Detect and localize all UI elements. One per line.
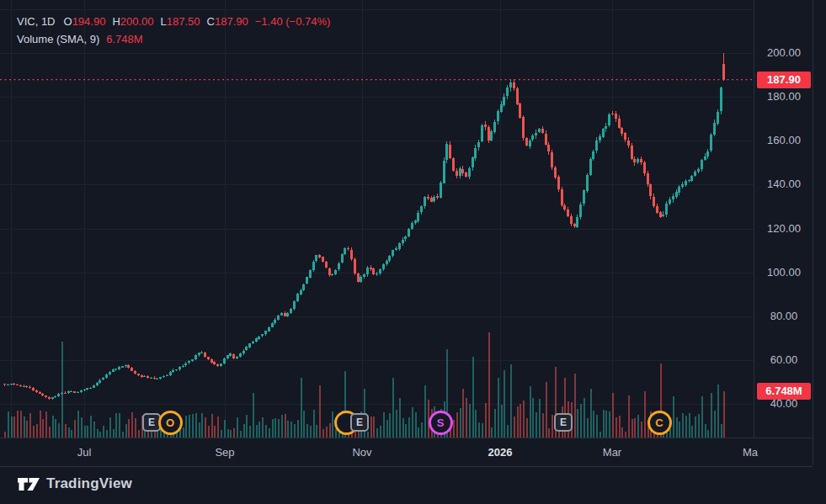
tradingview-logo[interactable]: TradingView	[17, 475, 132, 492]
last-price-badge: 187.90	[757, 72, 811, 88]
high-value: 200.00	[120, 13, 154, 30]
tradingview-logo-icon	[17, 477, 40, 491]
price-axis[interactable]: 200.00180.00160.00140.00120.00100.0080.0…	[754, 0, 813, 438]
time-axis-tick-jul: Jul	[51, 438, 118, 466]
event-marker-O[interactable]: O	[158, 411, 183, 435]
event-markers-layer: EOESEC	[0, 0, 754, 438]
open-label: O	[64, 13, 72, 30]
event-marker-E[interactable]: E	[350, 413, 369, 432]
legend-volume-row: Volume (SMA, 9) 6.748M	[17, 30, 330, 48]
volume-sma-value: 6.748M	[106, 30, 142, 48]
time-axis[interactable]: JulSepNov2026MarMa	[0, 438, 813, 467]
time-axis-tick-nov: Nov	[328, 438, 396, 466]
price-axis-tick: 180.00	[754, 89, 813, 104]
price-axis-tick: 100.00	[754, 265, 813, 280]
price-axis-tick: 140.00	[754, 177, 813, 192]
close-label: C	[207, 13, 215, 30]
high-label: H	[112, 13, 120, 30]
axis-right-border	[813, 0, 813, 465]
change-value: −1.40 (−0.74%)	[255, 13, 331, 30]
low-label: L	[161, 13, 167, 30]
open-value: 194.90	[72, 13, 106, 30]
tradingview-chart-widget: EOESEC VIC, 1D O194.90 H200.00 L187.50 C…	[0, 0, 826, 504]
time-axis-tick-sep: Sep	[191, 438, 258, 466]
price-axis-tick: 60.00	[754, 353, 813, 368]
legend: VIC, 1D O194.90 H200.00 L187.50 C187.90 …	[17, 13, 330, 48]
price-axis-tick: 80.00	[754, 309, 813, 324]
event-marker-S[interactable]: S	[429, 411, 453, 435]
time-axis-tick-ma: Ma	[717, 438, 784, 466]
close-value: 187.90	[215, 13, 248, 30]
time-axis-tick-2026: 2026	[466, 438, 534, 466]
tradingview-logo-text: TradingView	[46, 475, 132, 492]
volume-sma-badge: 6.748M	[757, 383, 811, 400]
event-marker-C[interactable]: C	[647, 411, 672, 435]
low-value: 187.50	[167, 13, 200, 30]
price-axis-tick: 200.00	[754, 45, 813, 61]
price-axis-tick: 160.00	[754, 133, 813, 148]
price-axis-tick: 120.00	[754, 221, 813, 236]
symbol-title[interactable]: VIC, 1D	[17, 13, 56, 30]
event-marker-E[interactable]: E	[554, 413, 573, 432]
time-axis-tick-mar: Mar	[578, 438, 646, 466]
legend-ohlc-row: VIC, 1D O194.90 H200.00 L187.50 C187.90 …	[17, 13, 330, 30]
volume-study-title[interactable]: Volume (SMA, 9)	[17, 30, 99, 48]
